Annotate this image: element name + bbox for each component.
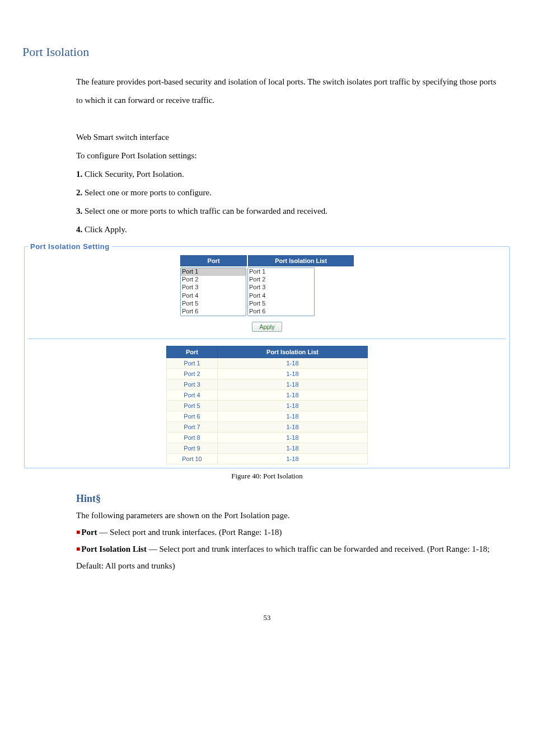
status-port-cell: Port 5	[167, 401, 218, 411]
port-select[interactable]: Port 1Port 2Port 3Port 4Port 5Port 6	[180, 267, 246, 316]
list-option[interactable]: Port 2	[248, 276, 314, 284]
figure-caption: Figure 40: Port Isolation	[22, 472, 512, 481]
document-page: Port Isolation The feature provides port…	[0, 0, 534, 645]
status-port-cell: Port 1	[167, 358, 218, 369]
isolation-list-select[interactable]: Port 1Port 2Port 3Port 4Port 5Port 6	[247, 267, 315, 316]
status-port-cell: Port 3	[167, 379, 218, 390]
intro-block: The feature provides port-based security…	[76, 73, 500, 239]
fieldset-legend: Port Isolation Setting	[28, 242, 112, 251]
status-list-cell: 1-18	[218, 433, 368, 443]
status-table: Port Port Isolation List Port 11-18Port …	[166, 346, 368, 464]
status-port-cell: Port 10	[167, 454, 218, 464]
section-divider	[28, 339, 506, 339]
hint-item-name: Port Isolation List	[81, 544, 147, 553]
status-list-cell: 1-18	[218, 443, 368, 454]
status-port-cell: Port 7	[167, 422, 218, 433]
step-line: 4. Click Apply.	[76, 220, 500, 239]
bullet-icon: ■	[76, 528, 80, 536]
table-row: Port 101-18	[167, 454, 368, 464]
step-text: Select one or more ports to configure.	[82, 188, 212, 197]
config-header-port: Port	[180, 255, 247, 266]
status-list-cell: 1-18	[218, 454, 368, 464]
status-list-cell: 1-18	[218, 358, 368, 369]
list-select-cell: Port 1Port 2Port 3Port 4Port 5Port 6	[247, 267, 353, 316]
table-row: Port 51-18	[167, 401, 368, 411]
list-option[interactable]: Port 4	[248, 292, 314, 300]
table-row: Port 21-18	[167, 369, 368, 379]
status-list-cell: 1-18	[218, 379, 368, 390]
hint-item: ■Port — Select port and trunk interfaces…	[76, 524, 500, 541]
status-list-cell: 1-18	[218, 401, 368, 411]
table-row: Port 91-18	[167, 443, 368, 454]
table-row: Port 41-18	[167, 390, 368, 401]
hint-lead: The following parameters are shown on th…	[76, 507, 500, 524]
status-port-cell: Port 6	[167, 411, 218, 422]
port-isolation-fieldset: Port Isolation Setting Port Port Isolati…	[24, 242, 510, 468]
status-port-cell: Port 9	[167, 443, 218, 454]
apply-button[interactable]: Apply	[252, 322, 282, 332]
section-heading: Port Isolation	[22, 45, 512, 59]
step-number: 1.	[76, 170, 82, 179]
step-text: Select one or more ports to which traffi…	[82, 206, 327, 215]
status-list-cell: 1-18	[218, 411, 368, 422]
apply-row: Apply	[180, 322, 354, 332]
list-option[interactable]: Port 3	[248, 284, 314, 292]
table-row: Port 11-18	[167, 358, 368, 369]
port-option[interactable]: Port 1	[181, 268, 246, 276]
config-body-row: Port 1Port 2Port 3Port 4Port 5Port 6 Por…	[180, 267, 354, 316]
port-option[interactable]: Port 3	[181, 284, 246, 292]
status-list-cell: 1-18	[218, 422, 368, 433]
step-line: 2. Select one or more ports to configure…	[76, 184, 500, 202]
bullet-icon: ■	[76, 545, 80, 553]
hint-block: The following parameters are shown on th…	[76, 507, 500, 574]
list-option[interactable]: Port 6	[248, 308, 314, 316]
intro-text: The feature provides port-based security…	[76, 73, 500, 110]
table-row: Port 61-18	[167, 411, 368, 422]
hint-item: ■Port Isolation List — Select port and t…	[76, 541, 500, 574]
port-select-cell: Port 1Port 2Port 3Port 4Port 5Port 6	[180, 267, 246, 316]
list-option[interactable]: Port 5	[248, 300, 314, 308]
status-port-cell: Port 2	[167, 369, 218, 379]
step-number: 2.	[76, 188, 82, 197]
hint-items: ■Port — Select port and trunk interfaces…	[76, 524, 500, 574]
page-number: 53	[22, 613, 512, 622]
interface-label: Web Smart switch interface	[76, 128, 500, 147]
status-port-cell: Port 8	[167, 433, 218, 443]
step-number: 4.	[76, 225, 82, 234]
port-option[interactable]: Port 4	[181, 292, 246, 300]
hint-item-name: Port	[81, 528, 97, 537]
step-line: 1. Click Security, Port Isolation.	[76, 165, 500, 184]
step-text: Click Apply.	[82, 225, 127, 234]
status-header-list: Port Isolation List	[218, 346, 368, 358]
hint-item-desc: — Select port and trunk interfaces. (Por…	[97, 528, 282, 537]
status-port-cell: Port 4	[167, 390, 218, 401]
status-list-cell: 1-18	[218, 369, 368, 379]
config-box: Port Port Isolation List Port 1Port 2Por…	[180, 255, 354, 332]
status-header-port: Port	[167, 346, 218, 358]
port-option[interactable]: Port 6	[181, 308, 246, 316]
config-header-row: Port Port Isolation List	[180, 255, 354, 266]
table-row: Port 31-18	[167, 379, 368, 390]
config-lead: To configure Port Isolation settings:	[76, 147, 500, 165]
status-header-row: Port Port Isolation List	[167, 346, 368, 358]
steps-list: 1. Click Security, Port Isolation.2. Sel…	[76, 165, 500, 239]
hint-heading: Hint§	[76, 493, 512, 505]
port-option[interactable]: Port 5	[181, 300, 246, 308]
status-list-cell: 1-18	[218, 390, 368, 401]
list-option[interactable]: Port 1	[248, 268, 314, 276]
step-text: Click Security, Port Isolation.	[82, 170, 184, 179]
table-row: Port 81-18	[167, 433, 368, 443]
step-line: 3. Select one or more ports to which tra…	[76, 202, 500, 220]
port-option[interactable]: Port 2	[181, 276, 246, 284]
table-row: Port 71-18	[167, 422, 368, 433]
config-header-list: Port Isolation List	[248, 255, 354, 266]
status-tbody: Port 11-18Port 21-18Port 31-18Port 41-18…	[167, 358, 368, 464]
step-number: 3.	[76, 206, 82, 215]
